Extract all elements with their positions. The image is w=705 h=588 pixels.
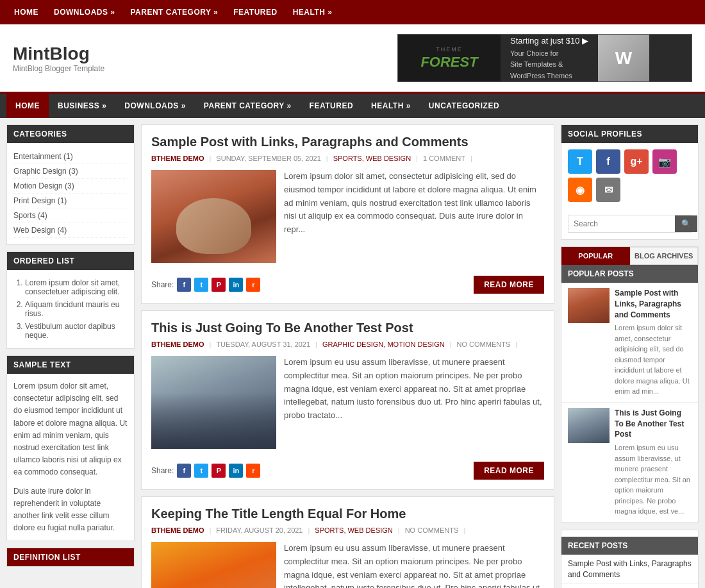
post-3-body: Lorem ipsum eu usu assum liberavisse, ut… — [151, 542, 544, 588]
category-list-item: Graphic Design (3) — [13, 164, 128, 179]
main-nav-home[interactable]: HOME — [6, 94, 49, 118]
header-banner[interactable]: THEME FOREST Starting at just $10 ▶ Your… — [397, 34, 692, 82]
category-item[interactable]: Sports (4) — [13, 211, 47, 220]
site-branding: MintBlog MintBlog Blogger Template — [13, 44, 104, 73]
post-3-meta: BTHEME DEMO | FRIDAY, AUGUST 20, 2021 | … — [151, 526, 544, 534]
linkedin-share-icon[interactable]: in — [229, 278, 243, 292]
banner-starting-text: Starting at just $10 ▶ — [510, 35, 588, 48]
categories-widget: CATEGORIES Entertainment (1)Graphic Desi… — [6, 124, 135, 245]
category-list-item: Sports (4) — [13, 208, 128, 223]
recent-posts-widget: RECENT POSTS Sample Post with Links, Par… — [561, 530, 699, 588]
banner-logo-area: THEME FOREST — [398, 34, 501, 82]
facebook-share-icon[interactable]: f — [177, 278, 191, 292]
ordered-list: Lorem ipsum dolor sit amet, consectetuer… — [13, 276, 128, 342]
ordered-list-title: ORDERED LIST — [7, 252, 134, 270]
post-2-read-more[interactable]: Read More — [474, 462, 544, 480]
blog-archives-tab[interactable]: BLOG ARCHIVES — [630, 247, 699, 265]
category-list-item: Motion Design (3) — [13, 179, 128, 194]
post-3-image-placeholder — [151, 542, 276, 588]
top-nav-downloads[interactable]: DOWNLOADS » — [46, 0, 123, 24]
reddit-share-icon[interactable]: r — [246, 278, 260, 292]
post-2-categories: GRAPHIC DESIGN, MOTION DESIGN — [322, 340, 445, 348]
popular-post-2-excerpt: Lorem ipsum eu usu assum liberavisse, ut… — [615, 442, 692, 517]
post-1-comments: 1 COMMENT — [423, 155, 465, 162]
social-profiles-widget: SOCIAL PROFILES T f g+ 📷 ◉ ✉ 🔍 — [561, 124, 699, 240]
banner-desc1: Site Templates & — [510, 59, 588, 71]
share-label: Share: — [151, 280, 174, 289]
post-1-title: Sample Post with Links, Paragraphs and C… — [151, 135, 544, 149]
post-3-title-link[interactable]: Keeping The Title Length Equal For Home — [151, 507, 406, 521]
main-nav-business[interactable]: BUSINESS » — [49, 94, 115, 118]
top-nav-featured[interactable]: FEATURED — [226, 0, 285, 24]
recent-post-1-link[interactable]: Sample Post with Links, Paragraphs and C… — [568, 559, 692, 579]
banner-inner: THEME FOREST Starting at just $10 ▶ Your… — [398, 35, 692, 81]
social-profiles-icons: T f g+ 📷 ◉ ✉ — [561, 143, 698, 208]
post-2-meta: BTHEME DEMO | TUESDAY, AUGUST 31, 2021 |… — [151, 340, 544, 348]
popular-post-2-title: This is Just Going To Be Another Test Po… — [615, 408, 692, 440]
post-1-image — [151, 170, 276, 263]
post-1-share: Share: f t P in r — [151, 278, 260, 292]
top-nav-parent-category[interactable]: PARENT CATEGORY » — [123, 0, 226, 24]
main-navigation: HOME BUSINESS » DOWNLOADS » PARENT CATEG… — [0, 94, 705, 118]
category-item[interactable]: Graphic Design (3) — [13, 167, 78, 176]
post-1-read-more[interactable]: Read More — [474, 276, 544, 294]
definition-list-title: DEFINITION LIST — [7, 548, 134, 566]
post-3-author: BTHEME DEMO — [151, 526, 204, 534]
main-nav-parent-category[interactable]: PARENT CATEGORY » — [195, 94, 301, 118]
post-1-title-link[interactable]: Sample Post with Links, Paragraphs and C… — [151, 135, 469, 149]
sample-text-widget: SAMPLE TEXT Lorem ipsum dolor sit amet, … — [6, 355, 135, 541]
categories-title: CATEGORIES — [7, 125, 134, 143]
category-item[interactable]: Web Design (4) — [13, 226, 67, 235]
main-nav-featured[interactable]: FEATURED — [301, 94, 362, 118]
category-item[interactable]: Print Design (1) — [13, 196, 67, 205]
post-2-author: BTHEME DEMO — [151, 340, 204, 348]
instagram-social-icon[interactable]: 📷 — [652, 149, 677, 174]
reddit-share-icon-2[interactable]: r — [246, 464, 260, 478]
email-social-icon[interactable]: ✉ — [596, 178, 620, 202]
rss-social-icon[interactable]: ◉ — [568, 178, 592, 202]
popular-post-1-title: Sample Post with Links, Paragraphs and C… — [615, 288, 692, 320]
top-nav-health[interactable]: HEALTH » — [285, 0, 340, 24]
sample-text-p1: Lorem ipsum dolor sit amet, consectetur … — [13, 380, 128, 479]
post-2-share: Share: f t P in r — [151, 464, 260, 478]
category-item[interactable]: Entertainment (1) — [13, 152, 73, 161]
twitter-social-icon[interactable]: T — [568, 149, 592, 174]
post-3: Keeping The Title Length Equal For Home … — [141, 496, 554, 588]
post-2-title-link[interactable]: This is Just Going To Be Another Test Po… — [151, 321, 413, 335]
google-plus-social-icon[interactable]: g+ — [624, 149, 649, 174]
ordered-list-item: Lorem ipsum dolor sit amet, consectetuer… — [25, 276, 128, 298]
post-2: This is Just Going To Be Another Test Po… — [141, 310, 554, 490]
ordered-list-content: Lorem ipsum dolor sit amet, consectetuer… — [7, 270, 134, 348]
banner-logo-text: FOREST — [420, 54, 477, 71]
search-button[interactable]: 🔍 — [675, 215, 697, 232]
post-1-categories: SPORTS, WEB DESIGN — [333, 155, 411, 162]
post-2-image — [151, 356, 276, 449]
facebook-social-icon[interactable]: f — [596, 149, 620, 174]
category-list-item: Web Design (4) — [13, 223, 128, 238]
post-3-excerpt: Lorem ipsum eu usu assum liberavisse, ut… — [284, 542, 544, 588]
search-input[interactable] — [568, 215, 675, 232]
category-item[interactable]: Motion Design (3) — [13, 181, 74, 190]
post-3-title: Keeping The Title Length Equal For Home — [151, 507, 544, 521]
popular-post-1-thumb — [568, 288, 610, 323]
popular-tab[interactable]: POPULAR — [561, 247, 630, 265]
twitter-share-icon[interactable]: t — [194, 278, 208, 292]
sample-text-title: SAMPLE TEXT — [7, 356, 134, 374]
sample-text-p2: Duis aute irure dolor in reprehenderit i… — [13, 485, 128, 535]
linkedin-share-icon-2[interactable]: in — [229, 464, 243, 478]
pinterest-share-icon-2[interactable]: P — [212, 464, 226, 478]
post-3-image — [151, 542, 276, 588]
site-title: MintBlog — [13, 44, 104, 64]
post-1-author: BTHEME DEMO — [151, 155, 204, 162]
main-nav-health[interactable]: HEALTH » — [362, 94, 420, 118]
twitter-share-icon-2[interactable]: t — [194, 464, 208, 478]
popular-post-2: This is Just Going To Be Another Test Po… — [561, 403, 698, 523]
pinterest-share-icon[interactable]: P — [212, 278, 226, 292]
ordered-list-item: Vestibulum auctor dapibus neque. — [25, 320, 128, 342]
main-nav-uncategorized[interactable]: UNCATEGORIZED — [420, 94, 508, 118]
main-nav-downloads[interactable]: DOWNLOADS » — [115, 94, 195, 118]
recent-post-2: This is Just Going To Be Another Test Po… — [561, 584, 698, 588]
post-1-date: SUNDAY, SEPTEMBER 05, 2021 — [216, 155, 320, 162]
top-nav-home[interactable]: HOME — [6, 0, 46, 24]
facebook-share-icon-2[interactable]: f — [177, 464, 191, 478]
